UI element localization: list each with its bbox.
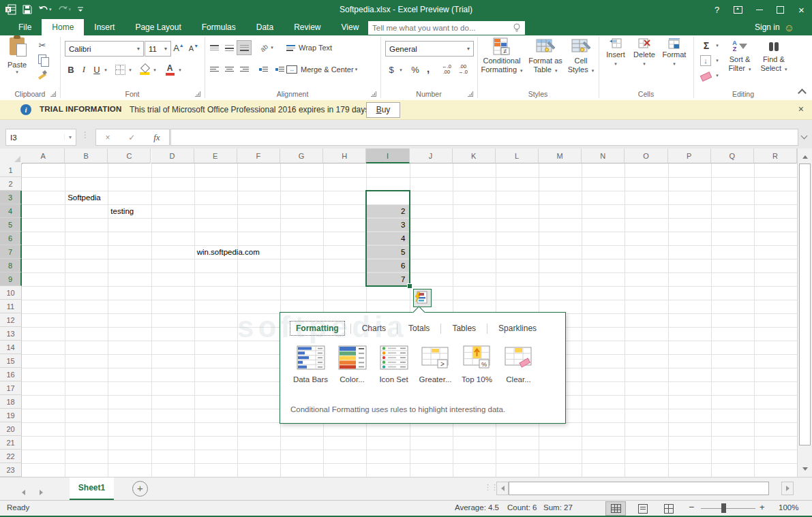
row-header-17[interactable]: 17 (0, 381, 22, 395)
fill-color-button[interactable] (138, 61, 151, 78)
align-center-button[interactable] (222, 63, 236, 76)
cell-styles-dropdown-icon[interactable]: ▾ (592, 68, 595, 73)
vertical-scrollbar[interactable] (797, 148, 812, 477)
row-header-11[interactable]: 11 (0, 300, 22, 313)
zoom-in-button[interactable]: + (760, 502, 765, 512)
column-header-D[interactable]: D (151, 148, 194, 163)
cell-I8[interactable]: 6 (367, 259, 405, 272)
name-box[interactable]: I3 ▾ (5, 129, 76, 146)
ribbon-tab-page-layout[interactable]: Page Layout (125, 19, 191, 35)
font-color-button[interactable]: A (164, 61, 176, 78)
ribbon-tab-insert[interactable]: Insert (84, 19, 125, 35)
new-sheet-button[interactable]: + (132, 481, 148, 497)
clipboard-dialog-launcher[interactable] (50, 91, 56, 97)
wrap-text-button[interactable]: Wrap Text (286, 41, 361, 54)
column-header-F[interactable]: F (237, 148, 280, 163)
bottom-align-button[interactable] (237, 41, 251, 54)
minimize-button[interactable] (749, 0, 770, 19)
select-all-corner[interactable] (0, 148, 22, 164)
formula-bar-grip[interactable]: ⋮ (81, 130, 89, 140)
zoom-level[interactable]: 100% (779, 503, 798, 512)
format-as-table-button[interactable]: Format as Table ▾ (526, 37, 565, 96)
row-header-23[interactable]: 23 (0, 463, 22, 477)
fill-button[interactable]: ↓ (700, 54, 712, 67)
column-header-L[interactable]: L (496, 148, 539, 163)
name-box-dropdown-icon[interactable]: ▾ (64, 134, 76, 140)
delete-dropdown-icon[interactable]: ▾ (630, 61, 659, 67)
zoom-out-button[interactable]: − (689, 501, 694, 512)
find-select-button[interactable]: Find & Select ▾ (757, 37, 790, 96)
underline-dropdown-icon[interactable]: ▾ (102, 65, 109, 75)
paste-dropdown-icon[interactable]: ▾ (1, 69, 33, 75)
row-header-19[interactable]: 19 (0, 409, 22, 422)
insert-dropdown-icon[interactable]: ▾ (601, 61, 630, 67)
tell-me-box[interactable]: Tell me what you want to do... (368, 21, 525, 35)
column-header-C[interactable]: C (108, 148, 151, 163)
font-size-combo[interactable]: 11 ▾ (145, 41, 171, 57)
sort-filter-button[interactable]: AZ Sort & Filter ▾ (723, 37, 756, 96)
decrease-font-size-button[interactable]: A▼ (187, 41, 200, 55)
row-header-4[interactable]: 4 (0, 204, 22, 218)
format-as-table-dropdown-icon[interactable]: ▾ (555, 68, 558, 73)
clear-dropdown-icon[interactable]: ▾ (714, 72, 721, 80)
row-header-10[interactable]: 10 (0, 286, 22, 300)
row-header-8[interactable]: 8 (0, 259, 22, 272)
cell-I9[interactable]: 7 (367, 272, 405, 286)
column-header-I[interactable]: I (366, 148, 409, 163)
top-align-button[interactable] (207, 41, 221, 54)
align-right-button[interactable] (237, 63, 251, 76)
bold-button[interactable]: B (65, 63, 76, 76)
ribbon-tab-data[interactable]: Data (246, 19, 284, 35)
row-header-18[interactable]: 18 (0, 395, 22, 409)
fill-dropdown-icon[interactable]: ▾ (714, 57, 721, 65)
cell-I6[interactable]: 4 (367, 232, 405, 245)
number-format-dropdown-icon[interactable]: ▾ (464, 46, 473, 52)
column-header-R[interactable]: R (754, 148, 797, 163)
font-name-dropdown-icon[interactable]: ▾ (134, 46, 143, 52)
column-header-J[interactable]: J (410, 148, 453, 163)
help-button[interactable]: ? (706, 0, 727, 19)
cell-I7[interactable]: 5 (367, 245, 405, 259)
qa-button-clear[interactable]: Clear... (498, 345, 539, 383)
ribbon-tab-home[interactable]: Home (42, 19, 84, 35)
number-format-combo[interactable]: General ▾ (385, 41, 474, 57)
number-dialog-launcher[interactable] (468, 91, 473, 97)
percent-style-button[interactable]: % (409, 63, 421, 76)
clear-button[interactable] (699, 71, 712, 82)
column-header-K[interactable]: K (453, 148, 496, 163)
increase-indent-button[interactable] (273, 63, 286, 76)
previous-sheet-button[interactable] (22, 486, 25, 498)
row-header-9[interactable]: 9 (0, 272, 22, 286)
column-header-B[interactable]: B (65, 148, 108, 163)
increase-decimal-button[interactable]: ←.0.00 (439, 63, 454, 76)
comma-style-button[interactable]: , (424, 61, 432, 75)
middle-align-button[interactable] (222, 41, 236, 54)
row-header-2[interactable]: 2 (0, 177, 22, 191)
qa-button-top-10[interactable]: %Top 10% (456, 345, 498, 383)
find-select-dropdown-icon[interactable]: ▾ (785, 67, 787, 72)
qa-tab-sparklines[interactable]: Sparklines (493, 322, 542, 335)
row-header-14[interactable]: 14 (0, 341, 22, 354)
qa-tab-charts[interactable]: Charts (357, 322, 391, 335)
hscroll-right-button[interactable] (781, 482, 794, 495)
column-header-G[interactable]: G (280, 148, 323, 163)
ribbon-tab-formulas[interactable]: Formulas (192, 19, 246, 35)
cell-styles-button[interactable]: Cell Styles ▾ (565, 37, 597, 96)
collapse-ribbon-button[interactable] (796, 87, 807, 98)
expand-formula-bar-button[interactable] (797, 129, 811, 144)
column-header-P[interactable]: P (668, 148, 711, 163)
font-dialog-launcher[interactable] (195, 91, 200, 97)
row-header-16[interactable]: 16 (0, 368, 22, 381)
align-left-button[interactable] (207, 63, 221, 76)
orientation-dropdown-icon[interactable]: ▾ (269, 43, 275, 52)
row-header-6[interactable]: 6 (0, 232, 22, 245)
buy-button[interactable]: Buy (366, 102, 400, 118)
qa-button-data-bars[interactable]: Data Bars (290, 345, 331, 383)
cancel-button[interactable]: × (105, 133, 110, 142)
cell-B3[interactable]: Softpedia (67, 191, 101, 204)
qa-button-color[interactable]: Color... (331, 345, 373, 383)
column-header-Q[interactable]: Q (711, 148, 754, 163)
row-header-13[interactable]: 13 (0, 327, 22, 341)
merge-center-dropdown-icon[interactable]: ▾ (355, 67, 358, 72)
format-dropdown-icon[interactable]: ▾ (660, 61, 689, 67)
